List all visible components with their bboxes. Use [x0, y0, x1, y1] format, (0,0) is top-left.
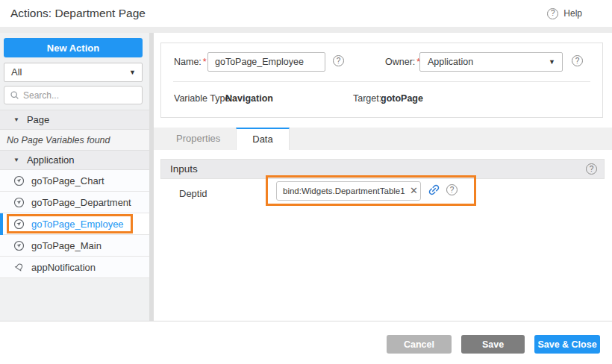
- tab-bar: PropertiesData: [154, 128, 612, 150]
- navigation-icon: [13, 197, 25, 208]
- sidebar-item-goToPage_Main[interactable]: goToPage_Main: [0, 235, 149, 257]
- save-close-button[interactable]: Save & Close: [534, 335, 600, 354]
- section-label: Application: [27, 154, 75, 166]
- search-box[interactable]: [4, 86, 143, 104]
- tab-data[interactable]: Data: [236, 128, 289, 150]
- deptid-label: Deptid: [179, 188, 207, 199]
- filter-value: All: [11, 63, 22, 81]
- bind-link-icon[interactable]: [427, 183, 441, 197]
- action-detail-panel: Name:* ? Owner:* Application ▼ ? Variabl…: [154, 33, 612, 321]
- help-label: Help: [563, 8, 582, 19]
- inputs-section-header: Inputs ?: [160, 159, 605, 179]
- variable-type-label: Variable Type:: [174, 93, 233, 104]
- navigation-icon: [13, 240, 25, 251]
- deptid-help-icon[interactable]: ?: [446, 184, 458, 195]
- deptid-bind-field: ✕: [276, 181, 421, 201]
- sidebar-item-goToPage_Chart[interactable]: goToPage_Chart: [0, 170, 149, 192]
- card-divider: [173, 81, 590, 82]
- navigation-icon: [13, 219, 25, 230]
- save-button[interactable]: Save: [461, 335, 525, 354]
- name-help-icon[interactable]: ?: [333, 55, 344, 66]
- clear-icon[interactable]: ✕: [410, 181, 418, 201]
- chevron-down-icon: ▼: [129, 63, 136, 81]
- action-name: goToPage_Employee: [31, 219, 124, 230]
- sidebar-item-goToPage_Department[interactable]: goToPage_Department: [0, 192, 149, 213]
- action-summary-card: Name:* ? Owner:* Application ▼ ? Variabl…: [160, 43, 603, 118]
- sidebar-action-list: goToPage_ChartgoToPage_DepartmentgoToPag…: [0, 170, 149, 278]
- owner-value: Application: [428, 53, 473, 71]
- selected-indicator-bar: [0, 213, 3, 235]
- actions-sidebar: New Action All ▼ ▼ Page No Page Variable…: [0, 33, 149, 321]
- target-label: Target:: [353, 93, 381, 104]
- owner-help-icon[interactable]: ?: [572, 55, 583, 66]
- section-page[interactable]: ▼ Page: [0, 110, 149, 130]
- name-label: Name:*: [174, 57, 207, 67]
- help-button[interactable]: ? Help: [547, 0, 582, 27]
- action-name: appNotification: [31, 262, 96, 273]
- section-label: Page: [27, 114, 49, 125]
- section-application[interactable]: ▼ Application: [0, 150, 149, 170]
- owner-dropdown[interactable]: Application ▼: [419, 52, 563, 72]
- footer-bar: Cancel Save Save & Close: [0, 321, 612, 364]
- triangle-down-icon: ▼: [13, 116, 19, 123]
- target-value: gotoPage: [381, 93, 423, 104]
- sidebar-item-appNotification[interactable]: appNotification: [0, 257, 149, 278]
- inputs-help-icon[interactable]: ?: [586, 163, 597, 175]
- filter-dropdown[interactable]: All ▼: [4, 63, 143, 82]
- notification-icon: [13, 262, 25, 273]
- sidebar-item-goToPage_Employee[interactable]: goToPage_Employee: [0, 213, 149, 235]
- triangle-down-icon: ▼: [13, 157, 19, 163]
- deptid-input[interactable]: [276, 181, 421, 201]
- title-bar: Actions: Department Page ? Help: [0, 0, 612, 27]
- page-title: Actions: Department Page: [10, 0, 146, 27]
- search-icon: [10, 90, 19, 100]
- cancel-button[interactable]: Cancel: [387, 335, 452, 354]
- inputs-title: Inputs: [170, 160, 198, 178]
- action-name: goToPage_Chart: [31, 175, 104, 186]
- owner-label: Owner:*: [385, 57, 420, 67]
- search-input[interactable]: [23, 90, 139, 101]
- tab-properties[interactable]: Properties: [160, 128, 236, 150]
- action-name: goToPage_Main: [31, 240, 102, 251]
- required-asterisk: *: [203, 57, 207, 67]
- chevron-down-icon: ▼: [549, 53, 555, 71]
- name-field[interactable]: [207, 52, 325, 72]
- navigation-icon: [13, 175, 25, 186]
- help-icon: ?: [547, 8, 558, 19]
- action-name: goToPage_Department: [31, 197, 131, 208]
- new-action-button[interactable]: New Action: [4, 38, 143, 57]
- page-empty-message: No Page Variables found: [0, 130, 149, 150]
- variable-type-value: Navigation: [225, 93, 273, 104]
